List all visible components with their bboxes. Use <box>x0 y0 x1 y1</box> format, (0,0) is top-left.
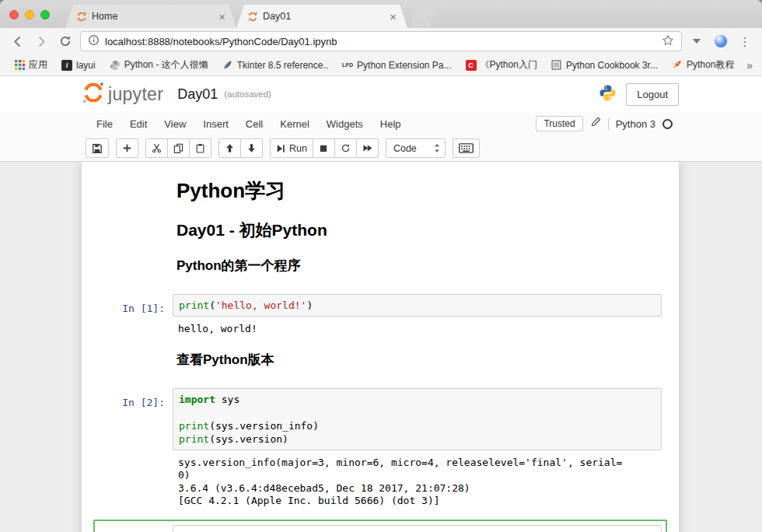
menu-view[interactable]: View <box>156 115 194 133</box>
back-button[interactable] <box>8 32 26 51</box>
add-cell-button[interactable] <box>116 138 138 158</box>
arrow-up-icon <box>225 143 235 153</box>
notebook-area: Python学习 Day01 - 初始Python Python的第一个程序 I… <box>0 162 762 532</box>
notebook-title[interactable]: Day01 <box>177 86 218 103</box>
bookmark-tkinter[interactable]: Tkinter 8.5 reference.. <box>218 60 333 71</box>
bookmark-python-extension[interactable]: LFD Python Extension Pa... <box>337 60 456 71</box>
jupyter-favicon <box>76 11 87 22</box>
output-prompt-spacer <box>99 450 173 509</box>
bookmark-python-tutorial[interactable]: Python教程 <box>667 58 739 72</box>
csdn-icon: C <box>466 60 477 71</box>
logout-button[interactable]: Logout <box>626 83 679 106</box>
jupyter-logo-icon[interactable] <box>82 81 105 107</box>
cut-cell-button[interactable] <box>145 138 168 158</box>
browser-menu-button[interactable]: ⋮ <box>736 32 754 51</box>
edit-mode-pencil-icon <box>590 117 601 131</box>
markdown-cell-h2[interactable]: Day01 - 初始Python <box>93 212 667 248</box>
bookmark-apps[interactable]: 应用 <box>9 58 52 72</box>
input-prompt: In [1]: <box>99 294 173 317</box>
new-tab-button[interactable] <box>410 8 436 28</box>
markdown-cell-h1[interactable]: Python学习 <box>93 173 667 212</box>
minimize-window-button[interactable] <box>25 10 34 19</box>
code-cell-2[interactable]: In [2]: import sys print(sys.version_inf… <box>93 383 667 515</box>
tabs: Home × Day01 × <box>65 5 436 28</box>
close-tab-icon[interactable]: × <box>218 11 225 23</box>
code-input-area[interactable]: import sys print(sys.version_info)print(… <box>173 388 662 450</box>
plus-icon <box>122 143 132 153</box>
code-input-area[interactable]: print('hello, world!') <box>173 294 662 317</box>
downloads-arrow-icon[interactable] <box>687 32 706 51</box>
code-cell-3-selected[interactable]: In [ ]: <box>93 520 667 532</box>
jupyter-wordmark[interactable]: jupyter <box>108 84 163 105</box>
cell-output: hello, world! <box>173 317 662 338</box>
profile-globe-icon[interactable] <box>711 32 730 51</box>
tab-day01[interactable]: Day01 × <box>236 5 407 28</box>
bookmark-python-intro[interactable]: C 《Python入门 <box>461 58 542 72</box>
prompt-spacer <box>99 217 173 243</box>
restart-run-all-button[interactable] <box>356 138 379 158</box>
save-button[interactable] <box>86 138 109 158</box>
reload-button[interactable] <box>56 32 75 51</box>
notebook-heading-1: Python学习 <box>177 180 658 203</box>
menu-widgets[interactable]: Widgets <box>318 115 372 133</box>
bookmarks-overflow-chevron[interactable]: » <box>743 59 756 72</box>
move-cell-down-button[interactable] <box>240 138 263 158</box>
menu-insert[interactable]: Insert <box>194 115 237 133</box>
close-tab-icon[interactable]: × <box>390 11 397 23</box>
kernel-name[interactable]: Python 3 <box>616 118 655 130</box>
code-cell-1[interactable]: In [1]: print('hello, world!') hello, wo… <box>93 289 667 343</box>
menu-file[interactable]: File <box>88 115 121 133</box>
notebook-heading-3: 查看Python版本 <box>177 352 658 368</box>
url-text[interactable]: localhost:8888/notebooks/PythonCode/Day0… <box>105 36 656 47</box>
scissors-icon <box>152 143 162 153</box>
output-prompt-spacer <box>99 317 173 338</box>
paste-icon <box>195 143 205 153</box>
copy-cell-button[interactable] <box>167 138 190 158</box>
zoom-window-button[interactable] <box>40 10 50 19</box>
bookmark-python-blog[interactable]: Python - 这个人很懒 <box>105 58 213 72</box>
restart-kernel-button[interactable] <box>334 138 357 158</box>
bookmark-label: Python Cookbook 3r... <box>566 60 658 71</box>
move-cell-up-button[interactable] <box>218 138 241 158</box>
separator <box>608 118 609 130</box>
page-info-icon[interactable] <box>88 34 100 48</box>
jupyter-favicon <box>247 11 258 22</box>
lfd-icon: LFD <box>342 60 353 71</box>
cell-type-select[interactable]: Code <box>386 138 446 158</box>
select-arrows-icon <box>434 143 440 153</box>
menu-help[interactable]: Help <box>372 115 410 133</box>
forward-button[interactable] <box>32 32 51 51</box>
tab-title: Day01 <box>263 11 385 22</box>
python-logo-icon <box>599 84 617 105</box>
interrupt-kernel-button[interactable] <box>313 138 335 158</box>
paste-cell-button[interactable] <box>189 138 211 158</box>
bookmark-layui[interactable]: l layui <box>57 60 100 71</box>
jupyter-header: jupyter Day01 (autosaved) Logout <box>0 76 762 112</box>
bookmark-label: Tkinter 8.5 reference.. <box>237 60 328 71</box>
notebook-container: Python学习 Day01 - 初始Python Python的第一个程序 I… <box>82 162 679 532</box>
close-window-button[interactable] <box>9 10 19 19</box>
input-prompt: In [2]: <box>99 388 173 450</box>
code-input-area[interactable] <box>173 525 662 532</box>
menu-edit[interactable]: Edit <box>121 115 156 133</box>
command-palette-button[interactable] <box>453 138 480 158</box>
jupyter-menubar: File Edit View Insert Cell Kernel Widget… <box>0 112 762 135</box>
run-icon <box>276 144 285 153</box>
bookmark-star-icon[interactable] <box>662 34 674 49</box>
arrow-down-icon <box>246 143 257 153</box>
notebook-heading-2: Day01 - 初始Python <box>177 221 658 240</box>
window-controls <box>9 10 50 19</box>
bookmark-label: Python Extension Pa... <box>357 60 451 71</box>
run-cell-button[interactable]: Run <box>270 138 313 158</box>
menu-cell[interactable]: Cell <box>237 115 271 133</box>
save-icon <box>92 143 103 154</box>
trusted-badge[interactable]: Trusted <box>536 116 582 131</box>
prompt-spacer <box>99 348 173 377</box>
markdown-cell-h3-first-program[interactable]: Python的第一个程序 <box>93 248 667 289</box>
browser-window: Home × Day01 × loca <box>0 0 762 532</box>
tab-home[interactable]: Home × <box>65 5 236 28</box>
menu-kernel[interactable]: Kernel <box>271 115 318 133</box>
markdown-cell-h3-version[interactable]: 查看Python版本 <box>93 342 667 383</box>
address-bar[interactable]: localhost:8888/notebooks/PythonCode/Day0… <box>80 31 682 51</box>
bookmark-cookbook[interactable]: Python Cookbook 3r... <box>547 60 662 71</box>
